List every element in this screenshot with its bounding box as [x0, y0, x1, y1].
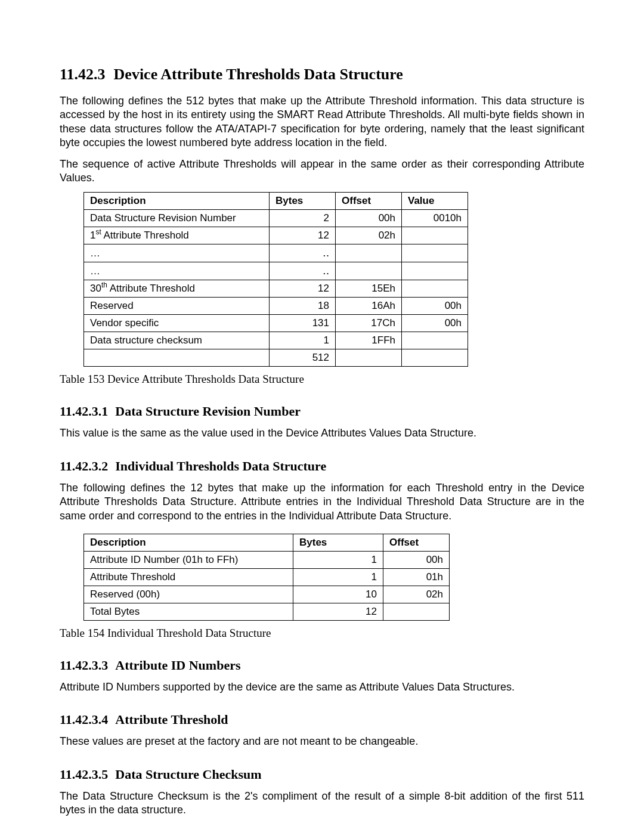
subsection-title: Individual Thresholds Data Structure: [115, 459, 326, 473]
cell-description: Vendor specific: [84, 315, 270, 332]
cell-offset: 17Ch: [336, 315, 402, 332]
ordinal-suffix: st: [95, 228, 101, 237]
subsection-number: 11.42.3.1: [60, 404, 108, 419]
paragraph: The Data Structure Checksum is the 2's c…: [60, 789, 584, 817]
cell-bytes: 1: [293, 551, 383, 568]
table-row: Data structure checksum 1 1FFh: [84, 332, 468, 349]
cell-description: Data structure checksum: [84, 332, 270, 349]
cell-value: [402, 280, 468, 298]
section-number: 11.42.3: [60, 66, 106, 83]
cell-description: …: [84, 262, 270, 280]
cell-value: [402, 332, 468, 349]
col-header-value: Value: [402, 193, 468, 210]
ordinal-suffix: th: [101, 281, 107, 290]
cell-bytes: 18: [270, 298, 336, 315]
cell-description: 30th Attribute Threshold: [84, 280, 270, 298]
cell-description: 1st Attribute Threshold: [84, 227, 270, 244]
cell-bytes: 12: [293, 603, 383, 620]
table-row: Vendor specific 131 17Ch 00h: [84, 315, 468, 332]
cell-bytes: 1: [270, 332, 336, 349]
cell-offset: 16Ah: [336, 298, 402, 315]
cell-value: [402, 227, 468, 244]
document-page: 11.42.3Device Attribute Thresholds Data …: [0, 0, 644, 833]
cell-description: Total Bytes: [84, 603, 293, 620]
cell-bytes: 12: [270, 227, 336, 244]
paragraph: This value is the same as the value used…: [60, 426, 584, 440]
subsection-title: Data Structure Checksum: [115, 767, 261, 782]
col-header-description: Description: [84, 534, 293, 551]
table-row: Total Bytes 12: [84, 603, 450, 620]
table-153: Description Bytes Offset Value Data Stru…: [83, 192, 468, 367]
cell-value: [402, 349, 468, 367]
col-header-description: Description: [84, 193, 270, 210]
table-header-row: Description Bytes Offset Value: [84, 193, 468, 210]
cell-value: [402, 262, 468, 280]
paragraph: The following defines the 512 bytes that…: [60, 94, 584, 150]
paragraph: The following defines the 12 bytes that …: [60, 481, 584, 523]
col-header-bytes: Bytes: [293, 534, 383, 551]
table-row: … ‥: [84, 262, 468, 280]
subsection-number: 11.42.3.3: [60, 658, 108, 673]
cell-description: [84, 349, 270, 367]
cell-bytes: ‥: [270, 262, 336, 280]
cell-bytes: 512: [270, 349, 336, 367]
subsection-title: Attribute ID Numbers: [115, 658, 240, 673]
cell-value: 00h: [402, 298, 468, 315]
cell-bytes: 10: [293, 586, 383, 603]
cell-bytes: ‥: [270, 244, 336, 262]
table-row: Reserved 18 16Ah 00h: [84, 298, 468, 315]
table-caption: Table 154 Individual Threshold Data Stru…: [60, 627, 584, 640]
table-row: Data Structure Revision Number 2 00h 001…: [84, 210, 468, 227]
paragraph: These values are preset at the factory a…: [60, 735, 584, 748]
subsection-heading: 11.42.3.5Data Structure Checksum: [60, 767, 584, 782]
ordinal-number: 30: [90, 283, 101, 294]
section-title: Device Attribute Thresholds Data Structu…: [114, 66, 403, 83]
cell-offset: 15Eh: [336, 280, 402, 298]
cell-value: 0010h: [402, 210, 468, 227]
subsection-heading: 11.42.3.2Individual Thresholds Data Stru…: [60, 459, 584, 474]
col-header-offset: Offset: [336, 193, 402, 210]
col-header-bytes: Bytes: [270, 193, 336, 210]
cell-offset: 02h: [336, 227, 402, 244]
cell-description: Attribute Threshold: [84, 568, 293, 586]
cell-description: Reserved (00h): [84, 586, 293, 603]
cell-bytes: 131: [270, 315, 336, 332]
cell-offset: 1FFh: [336, 332, 402, 349]
section-heading: 11.42.3Device Attribute Thresholds Data …: [60, 66, 584, 83]
cell-offset: 01h: [383, 568, 450, 586]
paragraph: Attribute ID Numbers supported by the de…: [60, 680, 584, 694]
ordinal-rest: Attribute Threshold: [101, 230, 189, 241]
cell-value: [402, 244, 468, 262]
cell-bytes: 12: [270, 280, 336, 298]
cell-offset: [336, 262, 402, 280]
subsection-heading: 11.42.3.1Data Structure Revision Number: [60, 404, 584, 419]
cell-bytes: 1: [293, 568, 383, 586]
table-154: Description Bytes Offset Attribute ID Nu…: [83, 534, 450, 621]
cell-bytes: 2: [270, 210, 336, 227]
table-row: 1st Attribute Threshold 12 02h: [84, 227, 468, 244]
paragraph: The sequence of active Attribute Thresho…: [60, 157, 584, 185]
cell-offset: 00h: [336, 210, 402, 227]
table-caption: Table 153 Device Attribute Thresholds Da…: [60, 373, 584, 386]
table-row: Attribute ID Number (01h to FFh) 1 00h: [84, 551, 450, 568]
subsection-heading: 11.42.3.3Attribute ID Numbers: [60, 658, 584, 673]
cell-description: …: [84, 244, 270, 262]
table-row: 512: [84, 349, 468, 367]
cell-offset: 02h: [383, 586, 450, 603]
table-header-row: Description Bytes Offset: [84, 534, 450, 551]
table-row: Attribute Threshold 1 01h: [84, 568, 450, 586]
cell-description: Data Structure Revision Number: [84, 210, 270, 227]
subsection-number: 11.42.3.4: [60, 712, 108, 727]
cell-offset: 00h: [383, 551, 450, 568]
subsection-title: Attribute Threshold: [115, 712, 228, 727]
subsection-title: Data Structure Revision Number: [115, 404, 301, 419]
cell-offset: [383, 603, 450, 620]
cell-description: Reserved: [84, 298, 270, 315]
cell-offset: [336, 349, 402, 367]
table-row: … ‥: [84, 244, 468, 262]
col-header-offset: Offset: [383, 534, 450, 551]
subsection-number: 11.42.3.2: [60, 459, 108, 473]
subsection-number: 11.42.3.5: [60, 767, 108, 782]
subsection-heading: 11.42.3.4Attribute Threshold: [60, 712, 584, 727]
ordinal-rest: Attribute Threshold: [107, 283, 195, 294]
